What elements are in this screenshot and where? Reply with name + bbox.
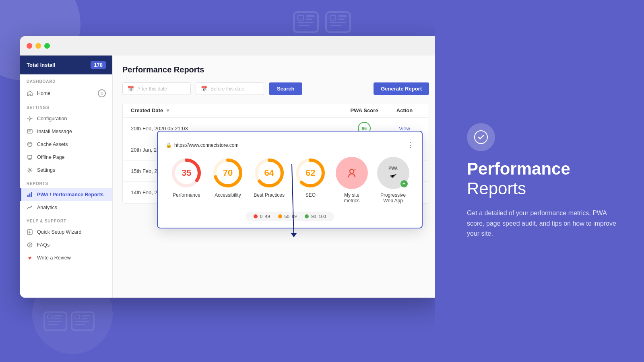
svg-point-28 [29,169,31,171]
config-icon [27,115,33,122]
after-date-input[interactable]: 📅 After this date [122,82,191,95]
svg-rect-13 [47,315,52,319]
quick-setup-label: Quick Setup Wizard [37,229,81,235]
sidebar-item-pwa-reports[interactable]: PWA / Performance Reports [20,188,112,201]
svg-rect-10 [330,22,346,23]
after-date-placeholder: After this date [137,86,167,92]
svg-point-45 [354,169,356,171]
site-metrics-icon [336,157,368,189]
svg-rect-16 [47,321,62,322]
site-metrics-label: My sitemetrics [344,192,360,204]
popup-url-bar: 🔒 https://www.connectstore.com ⋮ [166,141,414,149]
scores-row: 35 Performance 70 [166,157,414,204]
score-item-site-metrics: My sitemetrics [336,157,368,204]
svg-rect-30 [29,193,31,197]
svg-rect-22 [75,321,89,322]
col-header-action: Action [388,107,421,113]
home-icon [27,90,33,97]
search-button[interactable]: Search [269,82,302,95]
score-item-seo: 62 SEO [294,157,326,198]
section-help: HELP & SUPPORT [20,214,112,226]
svg-rect-4 [298,22,314,23]
sort-icon[interactable]: ▼ [165,108,170,113]
install-message-label: Install Message [37,129,72,134]
offline-icon [27,154,33,160]
heart-icon: ♥ [27,255,33,261]
svg-rect-29 [27,195,29,197]
performance-label: Performance [173,192,200,198]
title-normal: Reports [467,179,526,198]
cache-icon [27,141,33,148]
score-item-best-practices: 64 Best Practices [253,157,285,198]
sidebar-item-quick-setup[interactable]: Quick Setup Wizard [20,226,112,239]
write-review-label: Write a Review [37,255,71,261]
sidebar-item-write-review[interactable]: ♥ Write a Review [20,251,112,264]
pwa-icon-text: PWA [388,166,398,171]
popup-menu-dots[interactable]: ⋮ [407,141,414,149]
performance-circle: 35 [170,157,202,189]
window-minimize-dot[interactable] [35,43,41,49]
svg-point-24 [29,118,31,119]
svg-point-26 [28,142,32,147]
accessibility-score: 70 [223,168,233,178]
svg-rect-7 [330,15,336,20]
score-item-pwa: PWA + ProgressiveWeb App [377,157,409,204]
svg-rect-19 [75,315,80,319]
svg-rect-23 [75,324,85,325]
browser-window: Total Install 178 DASHBOARD Home ⊙ SETTI… [20,36,439,298]
svg-rect-14 [54,315,62,317]
svg-rect-17 [47,324,58,325]
svg-rect-31 [31,192,32,197]
col-header-date: Created Date ▼ [131,107,340,113]
performance-score: 35 [182,168,191,178]
sidebar-item-cache-assets[interactable]: Cache Assets [20,138,112,151]
svg-point-32 [31,206,32,207]
sidebar-item-home[interactable]: Home ⊙ [20,86,112,101]
svg-rect-27 [28,155,32,158]
browser-chrome [20,36,439,56]
sidebar-item-analytics[interactable]: Analytics [20,201,112,214]
main-content: Performance Reports 📅 After this date 📅 … [113,56,439,298]
settings-icon [27,167,33,173]
accessibility-circle: 70 [212,157,244,189]
message-icon [27,128,33,135]
svg-rect-1 [298,15,303,20]
seo-label: SEO [305,192,316,198]
popup-card: 🔒 https://www.connectstore.com ⋮ [157,131,423,204]
sidebar-item-configuration[interactable]: Configuration [20,112,112,125]
calendar-icon-after: 📅 [128,86,134,92]
window-maximize-dot[interactable] [44,43,50,49]
settings-label: Settings [37,167,55,173]
svg-rect-11 [330,25,342,26]
offline-page-label: Offline Page [37,154,65,160]
svg-rect-20 [82,315,90,317]
sidebar-item-settings[interactable]: Settings [20,164,112,177]
best-practices-score: 64 [264,168,274,178]
home-label: Home [37,90,50,96]
svg-rect-5 [298,25,310,26]
popup-url-text: https://www.connectstore.com [174,142,238,148]
sidebar-item-faqs[interactable]: FAQs [20,239,112,251]
sidebar-total-install: Total Install 178 [20,56,112,74]
total-install-count: 178 [91,61,106,69]
page-title: Performance Reports [122,65,429,74]
seo-circle: 62 [294,157,326,189]
pwa-plus-icon: + [400,180,408,187]
report-table: Created Date ▼ PWA Score Action 20th Feb… [122,103,429,204]
accessibility-label: Accessibility [215,192,241,198]
total-install-label: Total Install [27,62,55,68]
home-indicator: ⊙ [98,89,106,97]
svg-rect-21 [82,318,87,319]
window-close-dot[interactable] [27,43,32,49]
title-bold: Performance [467,159,570,178]
before-date-placeholder: Before this date [211,86,244,92]
svg-point-35 [29,246,30,247]
svg-rect-15 [54,318,60,319]
sidebar-item-install-message[interactable]: Install Message [20,125,112,138]
sidebar-item-offline-page[interactable]: Offline Page [20,151,112,164]
generate-report-button[interactable]: Generate Report [374,82,429,95]
before-date-input[interactable]: 📅 Before this date [196,82,264,95]
col-header-pwa: PWA Score [340,107,388,113]
table-header: Created Date ▼ PWA Score Action [123,103,429,118]
score-item-accessibility: 70 Accessibility [212,157,244,198]
